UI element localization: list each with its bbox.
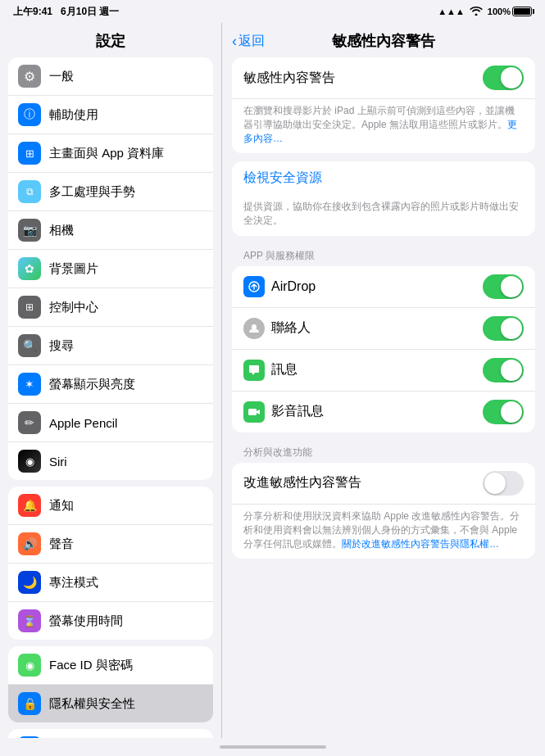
homescreen-icon: ⊞ — [18, 142, 41, 165]
camera-icon: 📷 — [18, 219, 41, 242]
contacts-row-content: 聯絡人 — [243, 318, 311, 339]
notifications-icon: 🔔 — [18, 494, 41, 517]
sidebar-item-pencil-label: Apple Pencil — [49, 416, 117, 430]
back-button[interactable]: ‹ 返回 — [232, 33, 265, 50]
sidebar-item-wallpaper[interactable]: ✿ 背景圖片 — [8, 250, 213, 288]
app-services-section-label: APP 與服務權限 — [222, 244, 545, 266]
sidebar-title: 設定 — [0, 23, 221, 57]
content-area: ‹ 返回 敏感性內容警告 敏感性內容警告 在瀏覽和搜尋影片於 iPad 上顯示前… — [222, 23, 545, 738]
row-messages: 訊息 — [232, 350, 535, 392]
sidebar-item-multitask[interactable]: ⧉ 多工處理與手勢 — [8, 173, 213, 211]
section-main-toggle: 敏感性內容警告 在瀏覽和搜尋影片於 iPad 上顯示前可偵測到這些內容，並讓機器… — [232, 57, 535, 153]
sensitive-content-toggle[interactable] — [483, 66, 524, 90]
messages-row-content: 訊息 — [243, 360, 297, 381]
wallpaper-icon: ✿ — [18, 257, 41, 280]
airdrop-icon — [243, 276, 265, 297]
airdrop-toggle[interactable] — [483, 274, 524, 299]
privacy-link[interactable]: 關於改進敏感性內容警告與隱私權… — [342, 538, 499, 550]
airdrop-label: AirDrop — [271, 279, 316, 294]
section-analytics: 改進敏感性內容警告 分享分析和使用狀況資料來協助 Apple 改進敏感性內容警告… — [232, 463, 535, 559]
sidebar-item-siri[interactable]: ◉ Siri — [8, 442, 213, 480]
contacts-toggle[interactable] — [483, 316, 524, 341]
multitask-icon: ⧉ — [18, 180, 41, 203]
sidebar-item-display[interactable]: ✶ 螢幕顯示與亮度 — [8, 365, 213, 404]
sidebar-item-sounds[interactable]: 🔊 聲音 — [8, 525, 213, 564]
sidebar-item-homescreen-label: 主畫面與 App 資料庫 — [49, 146, 164, 161]
facetime-label: 影音訊息 — [271, 403, 324, 420]
accessibility-icon: ⓘ — [18, 103, 41, 126]
sidebar-item-general[interactable]: ⚙ 一般 — [8, 57, 213, 96]
sidebar-group-system: ⚙ 一般 ⓘ 輔助使用 ⊞ 主畫面與 App 資料庫 ⧉ 多工處理與手勢 📷 相… — [8, 57, 213, 480]
sidebar-item-notifications[interactable]: 🔔 通知 — [8, 487, 213, 525]
sidebar-item-homescreen[interactable]: ⊞ 主畫面與 App 資料庫 — [8, 134, 213, 173]
check-source-label: 檢視安全資源 — [243, 170, 322, 184]
focus-icon: 🌙 — [18, 571, 41, 594]
sidebar-group-apps: A App Store ● Game Center ☁ iCloud ▤ 錢包與… — [8, 729, 213, 738]
section-app-services: AirDrop 聯絡人 — [232, 266, 535, 432]
toggle-thumb — [501, 67, 522, 88]
sidebar-item-accessibility[interactable]: ⓘ 輔助使用 — [8, 96, 213, 134]
wifi-icon — [470, 6, 483, 18]
sensitive-content-desc: 在瀏覽和搜尋影片於 iPad 上顯示前可偵測到這些內容，並讓機器引導協助做出安全… — [232, 99, 535, 153]
svg-rect-2 — [248, 409, 257, 415]
sidebar-item-camera[interactable]: 📷 相機 — [8, 211, 213, 250]
siri-icon: ◉ — [18, 450, 41, 473]
row-contacts: 聯絡人 — [232, 308, 535, 350]
sidebar-group-notifications: 🔔 通知 🔊 聲音 🌙 專注模式 ⌛ 螢幕使用時間 — [8, 487, 213, 640]
toggle-thumb — [501, 318, 522, 339]
airdrop-row-content: AirDrop — [243, 276, 316, 297]
status-time-date: 上午9:41 6月10日 週一 — [13, 5, 119, 19]
contacts-label: 聯絡人 — [271, 319, 311, 337]
display-icon: ✶ — [18, 373, 41, 396]
sounds-icon: 🔊 — [18, 532, 41, 555]
toggle-thumb — [501, 401, 522, 423]
sidebar-item-search-label: 搜尋 — [49, 338, 74, 354]
home-bar — [220, 745, 326, 749]
back-label: 返回 — [238, 33, 265, 50]
row-airdrop: AirDrop — [232, 266, 535, 308]
facetime-row-content: 影音訊息 — [243, 401, 324, 423]
row-sensitive-toggle: 敏感性內容警告 — [232, 57, 535, 99]
sidebar-item-display-label: 螢幕顯示與亮度 — [49, 377, 135, 392]
content-header: ‹ 返回 敏感性內容警告 — [222, 23, 545, 57]
analytics-desc: 分享分析和使用狀況資料來協助 Apple 改進敏感性內容警告。分析和使用資料會以… — [232, 505, 535, 559]
screentime-icon: ⌛ — [18, 609, 41, 632]
signal-icon: ▲▲▲ — [438, 7, 465, 16]
sidebar-item-notifications-label: 通知 — [49, 498, 74, 514]
analytics-section-label: 分析與改進功能 — [222, 441, 545, 463]
sidebar-item-camera-label: 相機 — [49, 223, 74, 238]
search-icon: 🔍 — [18, 334, 41, 357]
toggle-thumb — [501, 276, 522, 297]
sidebar-item-screentime[interactable]: ⌛ 螢幕使用時間 — [8, 602, 213, 640]
toggle-thumb — [501, 360, 522, 381]
home-indicator — [0, 738, 545, 756]
sidebar-group-security: ◉ Face ID 與密碼 🔒 隱私權與安全性 — [8, 646, 213, 722]
status-indicators: ▲▲▲ 100% — [438, 6, 532, 18]
sidebar-item-search[interactable]: 🔍 搜尋 — [8, 327, 213, 365]
check-source-desc: 提供資源，協助你在接收到包含裸露內容的照片或影片時做出安全決定。 — [232, 195, 535, 236]
facetime-toggle[interactable] — [483, 400, 524, 424]
improve-label: 改進敏感性內容警告 — [243, 474, 361, 491]
general-icon: ⚙ — [18, 65, 41, 88]
sidebar-item-appstore[interactable]: A App Store — [8, 729, 213, 738]
check-source-row[interactable]: 檢視安全資源 — [232, 161, 535, 195]
page-title: 敏感性內容警告 — [332, 31, 435, 51]
sidebar-item-focus[interactable]: 🌙 專注模式 — [8, 564, 213, 602]
sidebar-item-wallpaper-label: 背景圖片 — [49, 261, 98, 277]
sidebar-item-privacy-label: 隱私權與安全性 — [49, 696, 135, 712]
privacy-icon: 🔒 — [18, 692, 41, 715]
sidebar-item-multitask-label: 多工處理與手勢 — [49, 184, 135, 200]
improve-toggle[interactable] — [483, 471, 524, 496]
sidebar-item-sounds-label: 聲音 — [49, 536, 74, 552]
back-chevron-icon: ‹ — [232, 33, 237, 50]
sidebar-item-faceid[interactable]: ◉ Face ID 與密碼 — [8, 646, 213, 685]
row-facetime: 影音訊息 — [232, 392, 535, 432]
toggle-thumb — [484, 473, 506, 494]
battery-indicator: 100% — [488, 7, 532, 16]
sidebar-item-privacy[interactable]: 🔒 隱私權與安全性 — [8, 685, 213, 722]
sidebar-item-screentime-label: 螢幕使用時間 — [49, 613, 123, 629]
sidebar-item-pencil[interactable]: ✏ Apple Pencil — [8, 404, 213, 442]
messages-toggle[interactable] — [483, 358, 524, 383]
sidebar-item-control[interactable]: ⊞ 控制中心 — [8, 288, 213, 327]
more-content-link[interactable]: 更多內容… — [243, 119, 517, 144]
